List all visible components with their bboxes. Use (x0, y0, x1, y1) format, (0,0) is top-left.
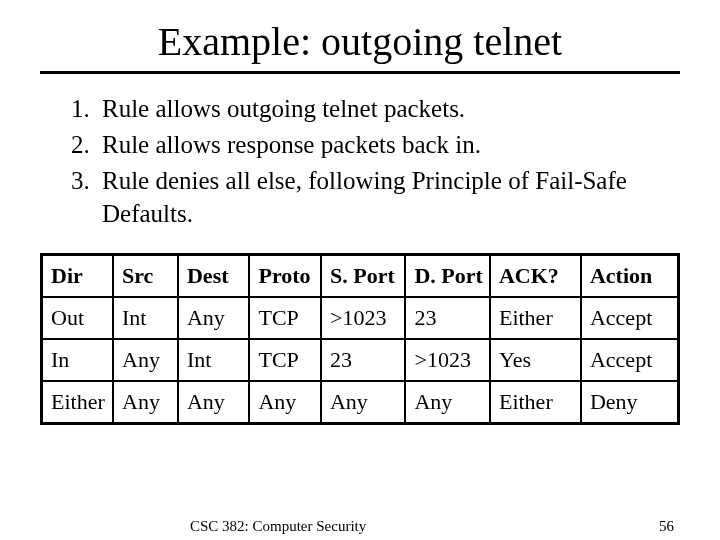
cell: 23 (321, 339, 405, 381)
footer-course: CSC 382: Computer Security (190, 518, 366, 535)
col-header-dport: D. Port (405, 255, 489, 298)
cell: Deny (581, 381, 679, 424)
cell: >1023 (405, 339, 489, 381)
cell: Out (42, 297, 114, 339)
list-item: Rule denies all else, following Principl… (96, 164, 680, 232)
col-header-dir: Dir (42, 255, 114, 298)
cell: Either (42, 381, 114, 424)
cell: Yes (490, 339, 581, 381)
col-header-src: Src (113, 255, 178, 298)
footer-page-number: 56 (659, 518, 674, 535)
cell: Any (321, 381, 405, 424)
cell: In (42, 339, 114, 381)
cell: TCP (249, 339, 321, 381)
slide-title: Example: outgoing telnet (40, 18, 680, 65)
table-row: Out Int Any TCP >1023 23 Either Accept (42, 297, 679, 339)
cell: Any (113, 381, 178, 424)
slide: Example: outgoing telnet Rule allows out… (0, 0, 720, 540)
list-item: Rule allows response packets back in. (96, 128, 680, 162)
col-header-sport: S. Port (321, 255, 405, 298)
firewall-rules-table: Dir Src Dest Proto S. Port D. Port ACK? … (40, 253, 680, 425)
cell: >1023 (321, 297, 405, 339)
cell: 23 (405, 297, 489, 339)
cell: Any (405, 381, 489, 424)
cell: Any (178, 297, 250, 339)
col-header-dest: Dest (178, 255, 250, 298)
cell: Any (178, 381, 250, 424)
col-header-proto: Proto (249, 255, 321, 298)
table-header-row: Dir Src Dest Proto S. Port D. Port ACK? … (42, 255, 679, 298)
cell: TCP (249, 297, 321, 339)
cell: Accept (581, 339, 679, 381)
col-header-action: Action (581, 255, 679, 298)
cell: Int (178, 339, 250, 381)
cell: Either (490, 297, 581, 339)
cell: Any (113, 339, 178, 381)
cell: Int (113, 297, 178, 339)
cell: Either (490, 381, 581, 424)
title-underline (40, 71, 680, 74)
cell: Any (249, 381, 321, 424)
rule-list: Rule allows outgoing telnet packets. Rul… (40, 92, 680, 231)
list-item: Rule allows outgoing telnet packets. (96, 92, 680, 126)
cell: Accept (581, 297, 679, 339)
table-row: In Any Int TCP 23 >1023 Yes Accept (42, 339, 679, 381)
table-row: Either Any Any Any Any Any Either Deny (42, 381, 679, 424)
col-header-ack: ACK? (490, 255, 581, 298)
